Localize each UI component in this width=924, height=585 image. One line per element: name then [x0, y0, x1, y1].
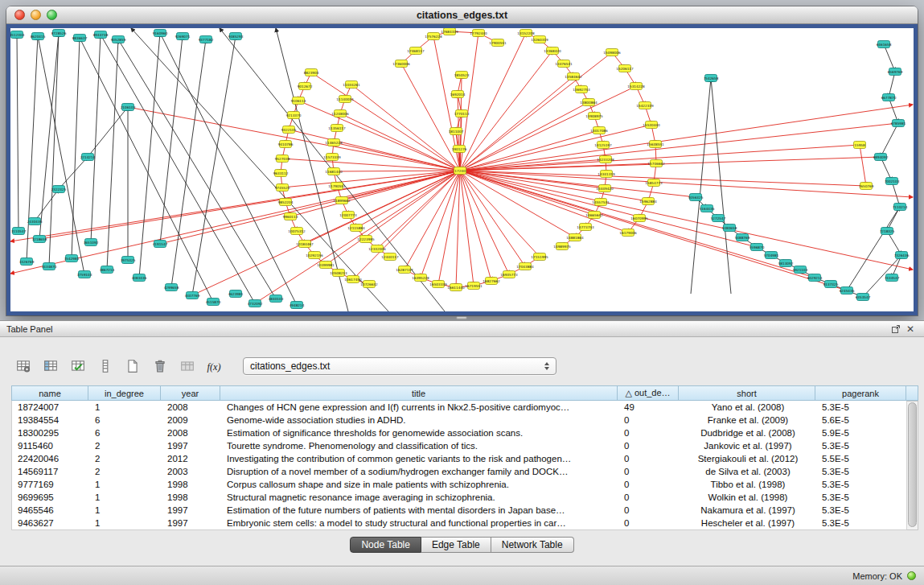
tab-edge-table[interactable]: Edge Table — [421, 537, 491, 553]
table-cell[interactable]: 5.3E-5 — [816, 492, 907, 502]
tab-network-table[interactable]: Network Table — [491, 537, 574, 553]
column-header-name[interactable]: name — [11, 385, 88, 401]
table-cell[interactable]: Hescheler et al. (1997) — [680, 518, 816, 528]
table-cell[interactable]: 18724007 — [12, 402, 89, 412]
network-graph[interactable]: 1850523169201417701131811007190127688239… — [10, 28, 914, 311]
table-cell[interactable]: 2008 — [162, 402, 221, 412]
table-cell[interactable]: 9699695 — [12, 492, 89, 502]
table-cell[interactable]: 1 — [89, 505, 162, 515]
table-cell[interactable]: 5.5E-5 — [816, 454, 907, 463]
table-cell[interactable]: 0 — [618, 467, 680, 476]
table-cell[interactable]: Investigating the contribution of common… — [221, 454, 618, 463]
table-cell[interactable]: 0 — [618, 441, 680, 451]
memory-status-label[interactable]: Memory: OK — [852, 571, 902, 581]
table-cell[interactable]: Tibbo et al. (1998) — [680, 480, 816, 489]
table-cell[interactable]: Disruption of a novel member of a sodium… — [221, 467, 618, 476]
table-cell[interactable]: 1997 — [162, 505, 221, 515]
column-header-pagerank[interactable]: pagerank — [815, 385, 906, 401]
tab-node-table[interactable]: Node Table — [350, 537, 421, 553]
table-cell[interactable]: 1 — [89, 402, 162, 412]
table-row[interactable]: 977716911998Corpus callosum shape and si… — [12, 478, 906, 491]
panel-splitter[interactable] — [456, 316, 467, 319]
table-cell[interactable]: 2003 — [162, 467, 221, 476]
table-cell[interactable]: 1 — [89, 480, 162, 489]
table-cell[interactable]: 6 — [89, 415, 162, 425]
table-cell[interactable]: 2 — [89, 441, 162, 451]
show-columns-icon[interactable] — [40, 356, 61, 376]
delete-icon[interactable] — [150, 356, 170, 376]
table-cell[interactable]: 2 — [89, 467, 162, 476]
table-cell[interactable]: 1998 — [162, 480, 221, 489]
table-cell[interactable]: 0 — [618, 454, 680, 463]
table-cell[interactable]: 14569117 — [12, 467, 89, 476]
column-header-short[interactable]: short — [679, 385, 815, 401]
table-row[interactable]: 1938455462009Genome-wide association stu… — [12, 414, 906, 426]
table-cell[interactable]: Yano et al. (2008) — [680, 402, 816, 412]
table-row[interactable]: 1830029562008Estimation of significance … — [12, 426, 906, 439]
table-cell[interactable]: 5.3E-5 — [816, 402, 907, 412]
column-header-out-de[interactable]: △ out_de… — [618, 385, 679, 401]
table-options-icon[interactable] — [13, 356, 34, 376]
column-header-year[interactable]: year — [161, 385, 220, 401]
table-cell[interactable]: Wolkin et al. (1998) — [680, 492, 816, 502]
table-row[interactable]: 969969511998Structural magnetic resonanc… — [12, 491, 906, 504]
table-cell[interactable]: Tourette syndrome. Phenomenology and cla… — [221, 441, 618, 451]
table-row[interactable]: 946554611997Estimation of the future num… — [12, 504, 906, 517]
table-cell[interactable]: 1997 — [162, 518, 221, 528]
table-row[interactable]: 911546021997Tourette syndrome. Phenomeno… — [12, 439, 906, 452]
network-canvas[interactable]: 1850523169201417701131811007190127688239… — [10, 28, 914, 311]
table-cell[interactable]: 1 — [89, 492, 162, 502]
table-cell[interactable]: 49 — [618, 402, 680, 412]
table-cell[interactable]: Nakamura et al. (1997) — [680, 505, 816, 515]
table-cell[interactable]: Changes of HCN gene expression and I(f) … — [221, 402, 618, 412]
table-row[interactable]: 2242004622012Investigating the contribut… — [12, 452, 906, 465]
column-header-in-degree[interactable]: in_degree — [88, 385, 161, 401]
table-cell[interactable]: 18300295 — [12, 428, 89, 438]
table-cell[interactable]: 1997 — [162, 441, 221, 451]
minimize-window-button[interactable] — [31, 10, 41, 20]
table-cell[interactable]: Estimation of the future numbers of pati… — [221, 505, 618, 515]
table-cell[interactable]: Corpus callosum shape and size in male p… — [221, 480, 618, 489]
table-cell[interactable]: Stergiakouli et al. (2012) — [680, 454, 816, 463]
table-cell[interactable]: 1998 — [162, 492, 221, 502]
table-cell[interactable]: 19384554 — [12, 415, 89, 425]
function-builder-icon[interactable]: f(x) — [204, 356, 225, 376]
table-cell[interactable]: 5.3E-5 — [816, 480, 907, 489]
table-cell[interactable]: Genome-wide association studies in ADHD. — [221, 415, 618, 425]
table-cell[interactable]: 2012 — [162, 454, 221, 463]
table-cell[interactable]: 5.3E-5 — [816, 467, 907, 476]
table-cell[interactable]: 2008 — [162, 428, 221, 438]
table-cell[interactable]: 5.3E-5 — [816, 441, 907, 451]
table-cell[interactable]: Jankovic et al. (1997) — [680, 441, 816, 451]
table-cell[interactable]: Estimation of significance thresholds fo… — [221, 428, 618, 438]
close-window-button[interactable] — [14, 10, 25, 20]
import-table-icon[interactable] — [177, 356, 198, 376]
column-header-title[interactable]: title — [220, 385, 618, 401]
table-cell[interactable]: 9463627 — [12, 518, 89, 528]
table-cell[interactable]: Franke et al. (2009) — [680, 415, 816, 425]
table-row[interactable]: 1456911722003Disruption of a novel membe… — [12, 465, 906, 478]
table-cell[interactable]: 5.9E-5 — [816, 428, 907, 438]
table-row[interactable]: 946362711997Embryonic stem cells: a mode… — [12, 517, 906, 529]
table-cell[interactable]: 1 — [89, 518, 162, 528]
table-cell[interactable]: Structural magnetic resonance image aver… — [221, 492, 618, 502]
table-cell[interactable]: 0 — [618, 428, 680, 438]
close-panel-icon[interactable]: ✕ — [903, 323, 918, 336]
table-cell[interactable]: 0 — [618, 518, 680, 528]
table-selector-dropdown[interactable]: citations_edges.txt — [243, 357, 556, 375]
table-cell[interactable]: 0 — [618, 505, 680, 515]
table-row[interactable]: 1872400712008Changes of HCN gene express… — [12, 401, 906, 414]
table-cell[interactable]: 0 — [618, 415, 680, 425]
table-cell[interactable]: 2 — [89, 454, 162, 463]
table-cell[interactable]: Dudbridge et al. (2008) — [680, 428, 816, 438]
table-cell[interactable]: 5.6E-5 — [816, 415, 907, 425]
table-cell[interactable]: de Silva et al. (2003) — [680, 467, 816, 476]
table-cell[interactable]: 0 — [618, 492, 680, 502]
table-cell[interactable]: Embryonic stem cells: a model to study s… — [221, 518, 618, 528]
table-cell[interactable]: 5.3E-5 — [816, 505, 907, 515]
table-cell[interactable]: 2009 — [162, 415, 221, 425]
table-cell[interactable]: 6 — [89, 428, 162, 438]
new-file-icon[interactable] — [122, 356, 143, 376]
table-cell[interactable]: 9777169 — [12, 480, 89, 489]
zoom-window-button[interactable] — [47, 10, 57, 20]
